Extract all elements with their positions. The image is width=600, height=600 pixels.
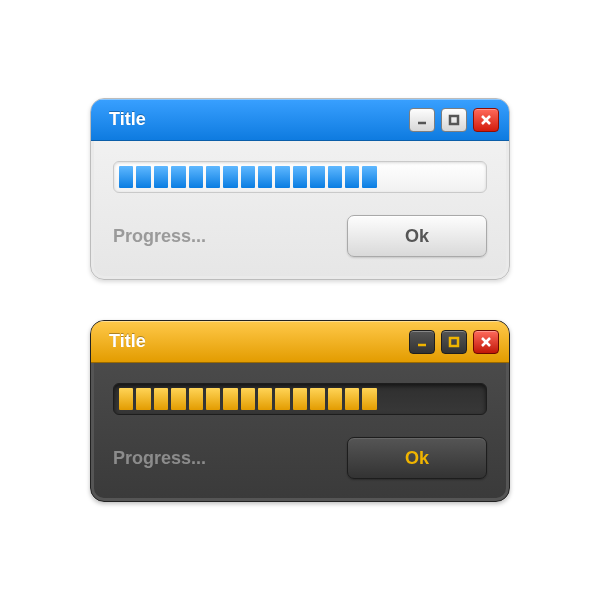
progress-segment	[467, 388, 481, 410]
progress-segment	[136, 166, 150, 188]
close-icon	[480, 336, 492, 348]
progress-segment	[171, 388, 185, 410]
progress-segment	[380, 388, 394, 410]
window-body: Progress... Ok	[91, 363, 509, 501]
close-button[interactable]	[473, 108, 499, 132]
progress-segment	[258, 388, 272, 410]
minimize-icon	[416, 114, 428, 126]
progress-segment	[310, 388, 324, 410]
minimize-button[interactable]	[409, 330, 435, 354]
dialog-window-dark: Title Progress... Ok	[90, 320, 510, 502]
ok-button[interactable]: Ok	[347, 215, 487, 257]
progress-segment	[154, 166, 168, 188]
progress-segment	[362, 388, 376, 410]
progress-segment	[293, 388, 307, 410]
titlebar[interactable]: Title	[91, 99, 509, 141]
status-text: Progress...	[113, 448, 206, 469]
progress-segment	[414, 166, 428, 188]
window-controls	[409, 330, 499, 354]
svg-rect-5	[450, 338, 458, 346]
progress-segment	[328, 166, 342, 188]
progress-segment	[397, 166, 411, 188]
progress-segment	[432, 166, 446, 188]
progress-segment	[275, 388, 289, 410]
footer-row: Progress... Ok	[113, 437, 487, 479]
window-title: Title	[109, 331, 409, 352]
progress-segment	[223, 166, 237, 188]
close-icon	[480, 114, 492, 126]
progress-segment	[275, 166, 289, 188]
progress-segment	[189, 166, 203, 188]
progress-segment	[206, 388, 220, 410]
progress-segment	[449, 166, 463, 188]
close-button[interactable]	[473, 330, 499, 354]
maximize-button[interactable]	[441, 108, 467, 132]
progress-segment	[310, 166, 324, 188]
progress-segment	[328, 388, 342, 410]
window-body: Progress... Ok	[91, 141, 509, 279]
progress-segment	[223, 388, 237, 410]
progress-segment	[345, 388, 359, 410]
ok-button[interactable]: Ok	[347, 437, 487, 479]
progress-segment	[189, 388, 203, 410]
progress-segment	[258, 166, 272, 188]
progress-segment	[171, 166, 185, 188]
progress-bar	[113, 383, 487, 415]
progress-segment	[397, 388, 411, 410]
maximize-icon	[448, 336, 460, 348]
progress-segment	[241, 388, 255, 410]
footer-row: Progress... Ok	[113, 215, 487, 257]
progress-bar	[113, 161, 487, 193]
progress-segment	[154, 388, 168, 410]
progress-segment	[380, 166, 394, 188]
svg-rect-1	[450, 116, 458, 124]
progress-segment	[362, 166, 376, 188]
maximize-button[interactable]	[441, 330, 467, 354]
window-controls	[409, 108, 499, 132]
progress-segment	[241, 166, 255, 188]
progress-segment	[467, 166, 481, 188]
minimize-icon	[416, 336, 428, 348]
progress-segment	[449, 388, 463, 410]
maximize-icon	[448, 114, 460, 126]
progress-segment	[293, 166, 307, 188]
progress-segment	[119, 166, 133, 188]
progress-segment	[432, 388, 446, 410]
minimize-button[interactable]	[409, 108, 435, 132]
window-title: Title	[109, 109, 409, 130]
status-text: Progress...	[113, 226, 206, 247]
progress-segment	[414, 388, 428, 410]
progress-segment	[136, 388, 150, 410]
dialog-window-light: Title Progress... Ok	[90, 98, 510, 280]
progress-segment	[119, 388, 133, 410]
progress-segment	[206, 166, 220, 188]
titlebar[interactable]: Title	[91, 321, 509, 363]
progress-segment	[345, 166, 359, 188]
